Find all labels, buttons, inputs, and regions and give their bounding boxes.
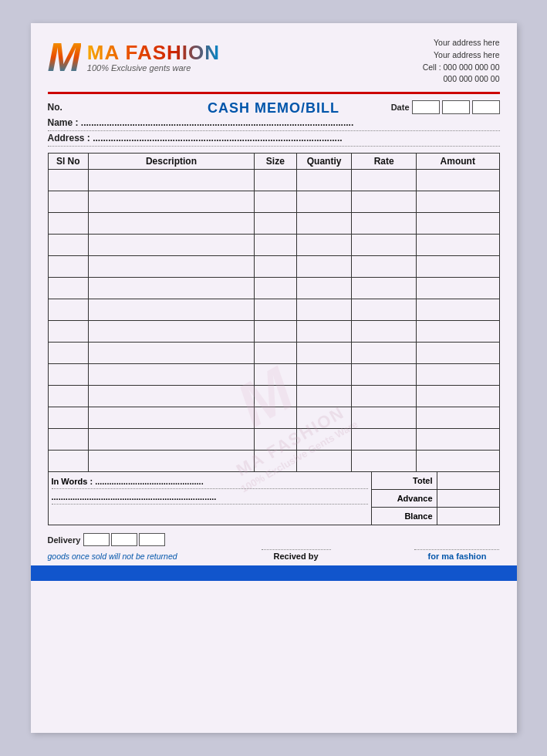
table-cell[interactable]: [89, 343, 255, 364]
table-cell[interactable]: [296, 191, 352, 213]
table-cell[interactable]: [352, 235, 417, 256]
table-cell[interactable]: [296, 364, 352, 386]
table-cell[interactable]: [254, 299, 296, 321]
table-cell[interactable]: [417, 256, 500, 278]
table-cell[interactable]: [417, 321, 500, 343]
table-cell[interactable]: [254, 213, 296, 235]
table-cell[interactable]: [48, 343, 89, 364]
table-cell[interactable]: [48, 451, 89, 472]
table-cell[interactable]: [48, 386, 89, 407]
table-cell[interactable]: [296, 386, 352, 407]
table-cell[interactable]: [417, 170, 500, 191]
delivery-field2[interactable]: [111, 533, 137, 546]
table-cell[interactable]: [48, 191, 89, 213]
logo-section: M MA FASHION 100% Exclusive gents ware: [48, 37, 221, 77]
address-line1: Your address here: [423, 37, 500, 49]
table-cell[interactable]: [254, 407, 296, 429]
table-cell[interactable]: [48, 278, 89, 299]
table-cell[interactable]: [352, 343, 417, 364]
table-cell[interactable]: [89, 321, 255, 343]
address-field[interactable]: Address : ..............................…: [48, 133, 500, 147]
table-cell[interactable]: [417, 451, 500, 472]
table-cell[interactable]: [417, 364, 500, 386]
table-cell[interactable]: [296, 321, 352, 343]
table-cell[interactable]: [417, 213, 500, 235]
table-cell[interactable]: [89, 407, 255, 429]
delivery-field1[interactable]: [83, 533, 110, 546]
table-cell[interactable]: [89, 299, 255, 321]
table-cell[interactable]: [417, 343, 500, 364]
table-cell[interactable]: [296, 235, 352, 256]
table-cell[interactable]: [48, 299, 89, 321]
table-cell[interactable]: [89, 364, 255, 386]
table-cell[interactable]: [352, 364, 417, 386]
table-cell[interactable]: [89, 451, 255, 472]
table-cell[interactable]: [89, 386, 255, 407]
balance-value[interactable]: [437, 508, 499, 525]
table-cell[interactable]: [352, 191, 417, 213]
table-cell[interactable]: [48, 364, 89, 386]
table-cell[interactable]: [48, 235, 89, 256]
table-cell[interactable]: [296, 256, 352, 278]
table-cell[interactable]: [352, 321, 417, 343]
balance-label: Blance: [372, 508, 437, 525]
table-cell[interactable]: [296, 170, 352, 191]
table-cell[interactable]: [254, 170, 296, 191]
table-cell[interactable]: [417, 299, 500, 321]
table-cell[interactable]: [89, 235, 255, 256]
table-cell[interactable]: [254, 386, 296, 407]
table-cell[interactable]: [296, 299, 352, 321]
table-cell[interactable]: [254, 278, 296, 299]
advance-value[interactable]: [437, 490, 499, 507]
table-cell[interactable]: [352, 213, 417, 235]
delivery-field3[interactable]: [139, 533, 165, 546]
table-cell[interactable]: [89, 256, 255, 278]
table-cell[interactable]: [352, 299, 417, 321]
blue-bar: [31, 565, 517, 581]
table-cell[interactable]: [296, 278, 352, 299]
table-cell[interactable]: [417, 278, 500, 299]
table-cell[interactable]: [48, 256, 89, 278]
table-cell[interactable]: [296, 213, 352, 235]
table-cell[interactable]: [254, 235, 296, 256]
table-cell[interactable]: [89, 278, 255, 299]
table-cell[interactable]: [89, 429, 255, 451]
table-cell[interactable]: [352, 407, 417, 429]
table-cell[interactable]: [48, 407, 89, 429]
table-cell[interactable]: [417, 429, 500, 451]
table-row: [48, 256, 499, 278]
total-value[interactable]: [437, 472, 499, 489]
table-cell[interactable]: [48, 170, 89, 191]
table-cell[interactable]: [48, 429, 89, 451]
table-cell[interactable]: [89, 170, 255, 191]
table-cell[interactable]: [352, 170, 417, 191]
name-field[interactable]: Name : .................................…: [48, 117, 500, 131]
table-cell[interactable]: [254, 256, 296, 278]
table-cell[interactable]: [48, 321, 89, 343]
table-cell[interactable]: [254, 343, 296, 364]
table-cell[interactable]: [417, 407, 500, 429]
table-cell[interactable]: [417, 191, 500, 213]
table-cell[interactable]: [48, 213, 89, 235]
table-cell[interactable]: [417, 386, 500, 407]
table-cell[interactable]: [254, 191, 296, 213]
table-cell[interactable]: [296, 343, 352, 364]
table-cell[interactable]: [352, 256, 417, 278]
table-cell[interactable]: [352, 429, 417, 451]
table-cell[interactable]: [254, 429, 296, 451]
table-cell[interactable]: [296, 451, 352, 472]
table-row: [48, 235, 499, 256]
table-cell[interactable]: [254, 364, 296, 386]
table-cell[interactable]: [352, 278, 417, 299]
table-cell[interactable]: [296, 407, 352, 429]
table-cell[interactable]: [254, 451, 296, 472]
receipt-container: M MA FASHION 100% Exclusive Gents Ware M…: [31, 23, 517, 733]
table-cell[interactable]: [296, 429, 352, 451]
table-cell[interactable]: [352, 451, 417, 472]
table-cell[interactable]: [254, 321, 296, 343]
table-cell[interactable]: [417, 235, 500, 256]
table-cell[interactable]: [352, 386, 417, 407]
table-cell[interactable]: [89, 191, 255, 213]
table-cell[interactable]: [89, 213, 255, 235]
brand-text: MA FASHION 100% Exclusive gents ware: [87, 42, 220, 73]
